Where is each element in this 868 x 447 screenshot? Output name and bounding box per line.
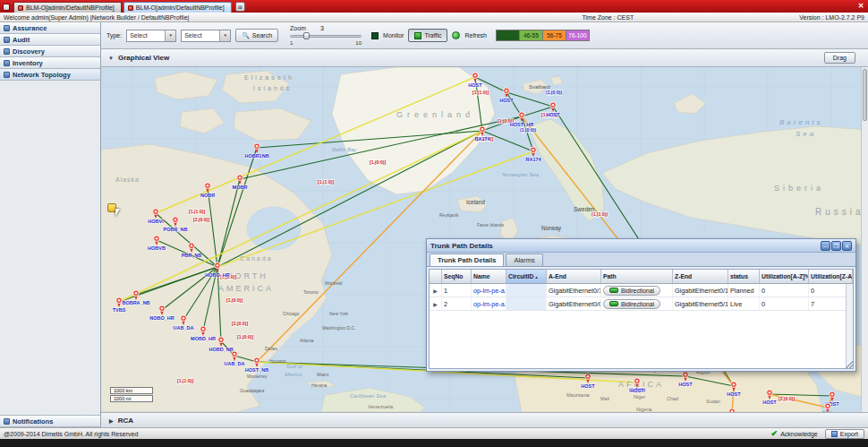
dialog-maximize-icon[interactable]: ❐ bbox=[831, 241, 841, 251]
browser-tab[interactable]: BLM-O[admin/DefaultNBProfile] bbox=[13, 2, 122, 13]
name-link[interactable]: op-lm-pe-a... bbox=[473, 287, 506, 295]
legend-block bbox=[496, 30, 520, 41]
node-label: PBR_NB bbox=[182, 253, 202, 258]
acknowledge-button[interactable]: ✔ Acknowledge bbox=[771, 430, 818, 438]
bidirectional-button[interactable]: Bidirectional bbox=[603, 299, 660, 309]
node-pin[interactable]: POBR_NB bbox=[164, 217, 188, 232]
zoom-slider[interactable] bbox=[290, 32, 362, 39]
welcome-text: Welcome admin(Super Admin) |Network Buil… bbox=[4, 14, 189, 21]
sidebar-item-assurance[interactable]: Assurance bbox=[0, 22, 100, 34]
grid-column-header[interactable]: Utilization[Z-A]% bbox=[809, 270, 853, 283]
node-label: HOST bbox=[678, 382, 693, 387]
table-row[interactable]: ▶2op-lm-pe-a...GigabitEthernet0/0/5...Bi… bbox=[430, 297, 853, 311]
expand-triangle-icon[interactable]: ▶ bbox=[109, 417, 114, 424]
chevron-down-icon[interactable]: ▼ bbox=[165, 30, 175, 41]
sidebar-item-notifications[interactable]: Notifications bbox=[0, 416, 100, 427]
drag-button[interactable]: Drag bbox=[824, 52, 855, 64]
type-select-2[interactable]: Select ▼ bbox=[181, 30, 231, 42]
new-tab-button[interactable]: ⊞ bbox=[235, 2, 245, 12]
grid-column-header[interactable]: A-End bbox=[547, 270, 601, 283]
trunk-path-details-dialog[interactable]: Trunk Path Details —❐✕ Trunk Path Detail… bbox=[426, 238, 856, 372]
dialog-titlebar[interactable]: Trunk Path Details —❐✕ bbox=[427, 239, 855, 253]
node-pin[interactable]: HOST bbox=[725, 408, 739, 412]
refresh-label[interactable]: Refresh bbox=[464, 32, 487, 39]
status-bar: @2009-2014 Dimetis GmbH. All rights Rese… bbox=[0, 427, 868, 439]
zoom-value: 3 bbox=[320, 25, 324, 31]
window-close-icon[interactable]: ✕ bbox=[856, 2, 865, 11]
map-label: Baffin Bay bbox=[332, 147, 357, 152]
bidirectional-label: Bidirectional bbox=[621, 288, 654, 294]
sidebar-item-label: Network Topology bbox=[13, 71, 71, 79]
link-state-label: (1,(0:0)) bbox=[546, 90, 562, 95]
sidebar-item-audit[interactable]: Audit bbox=[0, 34, 100, 46]
legend-block: 76-100 bbox=[566, 30, 590, 41]
grid-column-header[interactable]: status bbox=[728, 270, 760, 283]
trunk-link bbox=[217, 148, 257, 267]
zoom-slider-track[interactable] bbox=[290, 35, 362, 38]
dialog-close-icon[interactable]: ✕ bbox=[842, 241, 852, 251]
node-pin[interactable]: HOBR1NB bbox=[244, 143, 268, 159]
grid-column-header[interactable]: SeqNo bbox=[442, 270, 472, 283]
sidebar-item-discovery[interactable]: Discovery bbox=[0, 46, 100, 57]
table-row[interactable]: ▶1op-lm-pe-a...GigabitEthernet0/1/0/4...… bbox=[430, 284, 853, 297]
dialog-minimize-icon[interactable]: — bbox=[821, 241, 830, 251]
collapse-triangle-icon[interactable]: ▼ bbox=[108, 56, 114, 61]
zoom-max-label: 10 bbox=[355, 40, 362, 46]
node-pin[interactable]: HOST bbox=[678, 372, 693, 387]
browser-tab[interactable]: BLM-O[admin/DefaultNBProfile] bbox=[123, 2, 232, 13]
node-label: RA174 bbox=[525, 157, 541, 162]
node-pin[interactable]: HOST bbox=[546, 102, 560, 117]
node-pin[interactable]: UAB_DA bbox=[174, 315, 194, 331]
sidebar-item-inventory[interactable]: Inventory bbox=[0, 57, 100, 69]
node-label: BA174 bbox=[474, 136, 490, 142]
refresh-icon[interactable] bbox=[452, 31, 460, 39]
grid-column-header[interactable]: CircuitID bbox=[506, 270, 547, 283]
cell-path: Bidirectional bbox=[601, 297, 673, 310]
chevron-down-icon[interactable]: ▼ bbox=[219, 30, 230, 41]
monitor-label[interactable]: Monitor bbox=[383, 32, 404, 39]
dialog-resize-grip[interactable] bbox=[845, 360, 853, 368]
timezone-text: Time Zone : CEST bbox=[583, 14, 634, 21]
grid-column-header[interactable]: Utilization[A-Z]% bbox=[760, 270, 809, 283]
grid-column-header[interactable]: Name bbox=[472, 270, 506, 283]
node-pin[interactable]: NOBR bbox=[200, 183, 215, 198]
row-expander-icon[interactable]: ▶ bbox=[430, 297, 442, 310]
search-button[interactable]: 🔍 Search bbox=[235, 29, 278, 42]
bidirectional-button[interactable]: Bidirectional bbox=[603, 286, 660, 296]
node-label: MOBD_HR bbox=[191, 336, 216, 341]
node-pin[interactable]: NOBO_HR bbox=[149, 305, 174, 321]
map-label: Islands bbox=[253, 85, 292, 91]
type-select-1[interactable]: Select ▼ bbox=[126, 30, 176, 42]
map-label: Chad bbox=[667, 396, 678, 401]
dialog-tab-trunk-path-details[interactable]: Trunk Path Details bbox=[430, 254, 504, 266]
rca-panel-header[interactable]: ▶ RCA bbox=[101, 412, 868, 427]
dialog-tab-alarms[interactable]: Alarms bbox=[506, 254, 542, 266]
name-link[interactable]: op-lm-pe-a... bbox=[473, 300, 506, 308]
grid-column-header[interactable]: Z-End bbox=[673, 270, 728, 283]
cell-path: Bidirectional bbox=[601, 284, 673, 297]
node-pin[interactable]: HOST bbox=[762, 390, 777, 405]
sidebar-item-network-topology[interactable]: Network Topology bbox=[0, 69, 100, 81]
node-label: HOST bbox=[546, 112, 560, 117]
node-pin[interactable]: HOST bbox=[581, 374, 595, 389]
node-pin[interactable]: MOBD_HR bbox=[191, 326, 216, 341]
cell-name: op-lm-pe-a... bbox=[472, 297, 506, 310]
dialog-grid: SeqNoNameCircuitIDA-EndPathZ-EndstatusUt… bbox=[429, 269, 854, 369]
link-state-label: (1,(0:0)) bbox=[520, 127, 536, 133]
zoom-slider-handle[interactable] bbox=[303, 32, 310, 39]
dialog-scrollbar[interactable] bbox=[846, 284, 853, 368]
map-scrollbar-thumb[interactable] bbox=[863, 69, 867, 121]
toolbar: Type: Select ▼ Select ▼ 🔍 Search Zoom 3 bbox=[101, 22, 868, 49]
map-label: Russia bbox=[815, 207, 864, 217]
window-bottom-border bbox=[0, 439, 868, 447]
node-pin[interactable]: HOST bbox=[727, 382, 741, 397]
grid-column-header[interactable]: Path bbox=[601, 270, 673, 283]
topology-map[interactable]: ElizabethIslandsGreenlandSvalbardBarents… bbox=[101, 67, 868, 412]
node-pin[interactable]: UAB_DA bbox=[225, 351, 245, 366]
export-button[interactable]: Export bbox=[825, 429, 864, 439]
row-expander-icon[interactable]: ▶ bbox=[430, 284, 442, 297]
map-scrollbar[interactable] bbox=[861, 67, 868, 412]
traffic-toggle-button[interactable]: Traffic bbox=[408, 29, 447, 42]
map-label: Monterrey bbox=[247, 374, 268, 379]
graphical-view-header[interactable]: ▼ Graphical View Drag bbox=[101, 49, 868, 67]
